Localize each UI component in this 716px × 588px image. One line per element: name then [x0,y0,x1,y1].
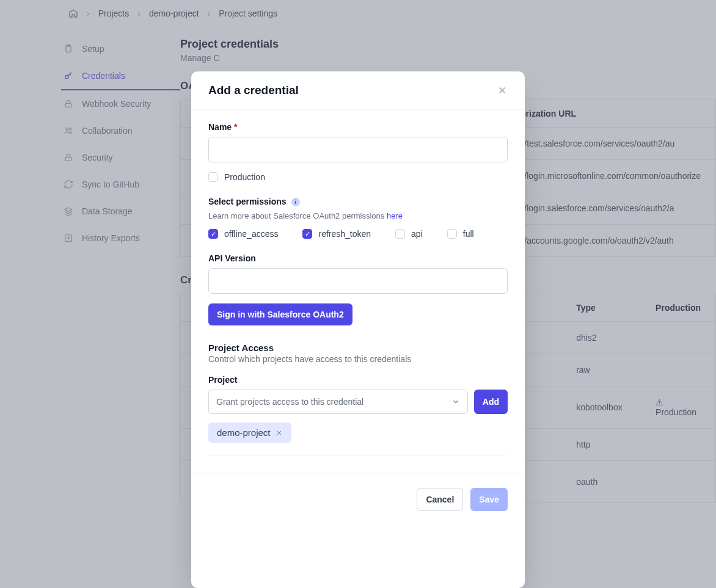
permissions-help-link[interactable]: here [387,211,403,220]
signin-salesforce-button[interactable]: Sign in with Salesforce OAuth2 [208,303,353,325]
project-select-placeholder: Grant projects access to this credential [216,397,363,407]
add-project-button[interactable]: Add [474,390,508,414]
project-access-title: Project Access [208,343,508,353]
name-input[interactable] [208,137,508,162]
checkbox-icon[interactable] [208,229,218,239]
checkbox-icon[interactable] [302,229,312,239]
checkbox-icon[interactable] [208,172,218,182]
perm-offline-access[interactable]: offline_access [208,229,278,239]
save-button[interactable]: Save [470,488,508,511]
api-version-input[interactable] [208,268,508,294]
name-label: Name * [208,122,508,132]
remove-tag-icon[interactable] [276,429,283,437]
modal-title: Add a credential [208,84,299,97]
api-version-label: API Version [208,253,508,263]
project-label: Project [208,375,508,385]
project-access-desc: Control which projects have access to th… [208,354,508,364]
permissions-label: Select permissions i [208,197,508,206]
checkbox-icon[interactable] [447,229,457,239]
production-label: Production [224,172,265,182]
chevron-down-icon [451,397,460,406]
production-checkbox-row[interactable]: Production [208,172,508,182]
close-icon[interactable] [497,85,508,96]
perm-refresh-token[interactable]: refresh_token [302,229,371,239]
cancel-button[interactable]: Cancel [417,488,463,511]
info-icon[interactable]: i [291,198,300,206]
perm-api[interactable]: api [395,229,423,239]
permissions-help: Learn more about Salesforce OAuth2 permi… [208,211,508,220]
project-select[interactable]: Grant projects access to this credential [208,390,468,414]
add-credential-modal: Add a credential Name * Production Selec… [191,71,525,588]
selected-project-tag: demo-project [208,423,291,443]
modal-backdrop: Add a credential Name * Production Selec… [0,0,716,588]
permissions-row: offline_access refresh_token api full [208,229,508,239]
perm-full[interactable]: full [447,229,474,239]
checkbox-icon[interactable] [395,229,405,239]
tag-label: demo-project [217,427,271,438]
